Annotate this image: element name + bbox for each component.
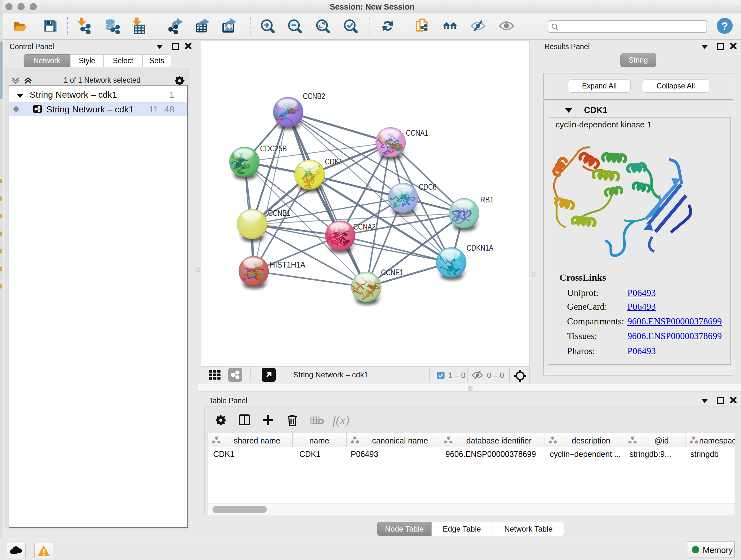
svg-text:CCNA1: CCNA1 (406, 128, 428, 138)
svg-text:CDC25B: CDC25B (260, 144, 287, 153)
svg-text:CDK1: CDK1 (325, 157, 343, 166)
svg-text:CCNB1: CCNB1 (268, 208, 290, 218)
svg-text:HIST1H1A: HIST1H1A (270, 260, 306, 269)
svg-text:CDC6: CDC6 (419, 182, 436, 192)
svg-text:CDKN1A: CDKN1A (467, 243, 494, 253)
svg-text:CCNA2: CCNA2 (353, 222, 376, 232)
svg-text:RB1: RB1 (480, 195, 494, 204)
svg-text:CCNE1: CCNE1 (381, 267, 403, 277)
svg-text:CCNB2: CCNB2 (303, 91, 325, 101)
